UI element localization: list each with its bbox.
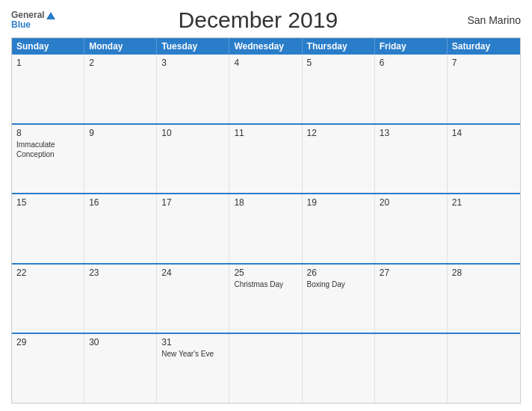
day-number: 19 — [307, 197, 370, 208]
day-cell-w4-d3: 24 — [157, 265, 229, 333]
day-cell-w2-d4: 11 — [229, 125, 302, 194]
day-cell-w1-d2: 2 — [84, 55, 157, 123]
header-friday: Friday — [375, 38, 448, 55]
day-number: 21 — [452, 197, 516, 208]
day-cell-w4-d1: 22 — [12, 265, 84, 333]
day-cell-w3-d2: 16 — [84, 194, 157, 263]
day-number: 2 — [89, 58, 152, 68]
day-cell-w4-d5: 26Boxing Day — [303, 265, 375, 333]
day-cell-w2-d7: 14 — [448, 125, 520, 194]
location-label: San Marino — [461, 14, 521, 26]
calendar-container: General Blue December 2019 San Marino Su… — [0, 0, 532, 411]
day-number: 18 — [234, 197, 297, 208]
day-cell-w3-d5: 19 — [303, 194, 375, 263]
day-cell-w5-d6 — [375, 334, 448, 403]
header-tuesday: Tuesday — [157, 38, 229, 55]
week-row-4: 22232425Christmas Day26Boxing Day2728 — [12, 263, 520, 333]
day-number: 25 — [234, 268, 297, 278]
day-number: 24 — [161, 268, 224, 278]
day-cell-w5-d4 — [229, 334, 302, 403]
calendar-grid: Sunday Monday Tuesday Wednesday Thursday… — [11, 37, 521, 404]
day-cell-w1-d5: 5 — [303, 55, 375, 123]
day-number: 29 — [16, 337, 79, 347]
day-cell-w4-d4: 25Christmas Day — [229, 265, 302, 333]
day-number: 9 — [89, 128, 152, 138]
day-cell-w1-d3: 3 — [157, 55, 229, 123]
calendar-header: General Blue December 2019 San Marino — [11, 7, 521, 33]
day-number: 16 — [89, 197, 152, 208]
day-number: 20 — [380, 197, 442, 208]
day-number: 4 — [234, 58, 297, 68]
day-number: 8 — [16, 128, 79, 138]
week-row-2: 8Immaculate Conception91011121314 — [12, 123, 520, 194]
day-cell-w3-d7: 21 — [448, 194, 520, 263]
weeks-container: 12345678Immaculate Conception91011121314… — [12, 55, 520, 403]
day-cell-w2-d5: 12 — [303, 125, 375, 194]
logo-triangle-icon — [46, 12, 55, 19]
day-number: 11 — [234, 128, 297, 138]
day-cell-w3-d4: 18 — [229, 194, 302, 263]
day-number: 7 — [452, 58, 516, 68]
day-number: 14 — [452, 128, 516, 138]
day-number: 12 — [307, 128, 370, 138]
day-cell-w5-d1: 29 — [12, 334, 84, 403]
day-cell-w4-d7: 28 — [448, 265, 520, 333]
day-number: 15 — [16, 197, 79, 208]
header-wednesday: Wednesday — [229, 38, 302, 55]
day-number: 28 — [452, 268, 516, 278]
week-row-5: 293031New Year's Eve — [12, 333, 520, 403]
day-cell-w2-d2: 9 — [84, 125, 157, 194]
day-number: 3 — [161, 58, 224, 68]
day-number: 31 — [161, 337, 224, 347]
week-row-1: 1234567 — [12, 55, 520, 123]
day-headers-row: Sunday Monday Tuesday Wednesday Thursday… — [12, 38, 520, 55]
day-cell-w3-d6: 20 — [375, 194, 448, 263]
day-number: 6 — [380, 58, 442, 68]
header-saturday: Saturday — [448, 38, 520, 55]
month-title: December 2019 — [55, 7, 461, 33]
day-cell-w1-d6: 6 — [375, 55, 448, 123]
header-thursday: Thursday — [303, 38, 375, 55]
day-number: 23 — [89, 268, 152, 278]
day-cell-w1-d4: 4 — [229, 55, 302, 123]
day-cell-w3-d3: 17 — [157, 194, 229, 263]
day-cell-w2-d1: 8Immaculate Conception — [12, 125, 84, 194]
header-sunday: Sunday — [12, 38, 84, 55]
day-number: 5 — [307, 58, 370, 68]
day-cell-w2-d6: 13 — [375, 125, 448, 194]
event-label: New Year's Eve — [161, 349, 224, 359]
day-number: 22 — [16, 268, 79, 278]
day-cell-w5-d7 — [448, 334, 520, 403]
day-number: 17 — [161, 197, 224, 208]
day-cell-w5-d3: 31New Year's Eve — [157, 334, 229, 403]
logo: General Blue — [11, 10, 55, 30]
day-cell-w4-d6: 27 — [375, 265, 448, 333]
day-cell-w3-d1: 15 — [12, 194, 84, 263]
event-label: Christmas Day — [234, 279, 297, 289]
week-row-3: 15161718192021 — [12, 193, 520, 263]
day-number: 26 — [307, 268, 370, 278]
day-number: 30 — [89, 337, 152, 347]
event-label: Immaculate Conception — [16, 140, 79, 159]
day-number: 27 — [380, 268, 442, 278]
header-monday: Monday — [84, 38, 157, 55]
day-number: 10 — [161, 128, 224, 138]
logo-blue-text: Blue — [11, 20, 55, 30]
day-cell-w1-d7: 7 — [448, 55, 520, 123]
event-label: Boxing Day — [307, 279, 370, 289]
day-cell-w5-d5 — [303, 334, 375, 403]
day-cell-w2-d3: 10 — [157, 125, 229, 194]
day-number: 1 — [16, 58, 79, 68]
day-cell-w1-d1: 1 — [12, 55, 84, 123]
day-cell-w4-d2: 23 — [84, 265, 157, 333]
day-cell-w5-d2: 30 — [84, 334, 157, 403]
day-number: 13 — [380, 128, 442, 138]
